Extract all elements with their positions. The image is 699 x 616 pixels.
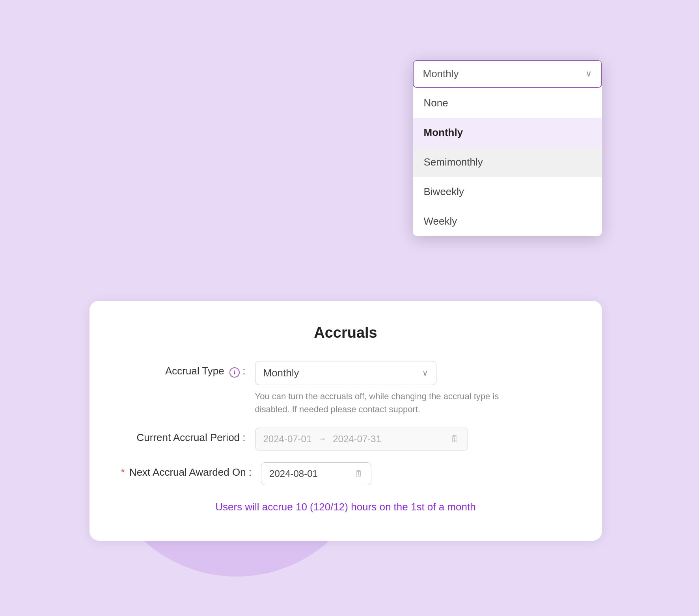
accrual-type-value: Monthly — [263, 367, 299, 379]
accrual-period-start-date: 2024-07-01 — [263, 434, 312, 445]
accrual-type-chevron-icon: ∨ — [422, 368, 428, 378]
accrual-type-info-icon[interactable]: i — [229, 367, 240, 378]
current-accrual-period-label: Current Accrual Period : — [121, 428, 255, 444]
current-accrual-period-row: Current Accrual Period : 2024-07-01 → 20… — [121, 428, 570, 450]
next-accrual-calendar-icon: 🗓 — [354, 469, 363, 479]
next-accrual-row: * Next Accrual Awarded On : 2024-08-01 🗓 — [121, 462, 570, 485]
dropdown-trigger[interactable]: Monthly ∨ — [413, 60, 602, 88]
dropdown-option-biweekly[interactable]: Biweekly — [413, 177, 602, 207]
accrual-type-select[interactable]: Monthly ∨ — [255, 361, 436, 385]
card-title: Accruals — [121, 324, 570, 341]
dropdown-option-monthly[interactable]: Monthly — [413, 118, 602, 147]
accrual-period-end-date: 2024-07-31 — [333, 434, 381, 445]
dropdown-list: None Monthly Semimonthly Biweekly Weekly — [413, 88, 602, 236]
dropdown-selected-value: Monthly — [423, 68, 459, 80]
accrual-type-label: Accrual Type i : — [121, 361, 255, 378]
next-accrual-label: * Next Accrual Awarded On : — [121, 462, 261, 478]
accrual-period-calendar-icon: 🗓 — [450, 434, 460, 445]
accrual-type-row: Accrual Type i : Monthly ∨ You can turn … — [121, 361, 570, 416]
accrual-info-text: Users will accrue 10 (120/12) hours on t… — [121, 501, 570, 513]
dropdown-option-semimonthly[interactable]: Semimonthly — [413, 147, 602, 177]
dropdown-chevron-icon: ∨ — [585, 69, 592, 79]
accrual-type-dropdown: Monthly ∨ None Monthly Semimonthly Biwee… — [413, 60, 602, 236]
page-container: Monthly ∨ None Monthly Semimonthly Biwee… — [74, 52, 626, 564]
date-range-arrow-icon: → — [318, 434, 326, 444]
accrual-type-helper: You can turn the accruals off, while cha… — [255, 390, 531, 416]
next-accrual-date-value: 2024-08-01 — [269, 468, 318, 479]
accruals-card: Accruals Accrual Type i : Monthly ∨ You … — [89, 301, 602, 541]
dropdown-option-none[interactable]: None — [413, 88, 602, 118]
dropdown-option-weekly[interactable]: Weekly — [413, 207, 602, 236]
required-star: * — [121, 466, 125, 478]
accrual-period-date-range[interactable]: 2024-07-01 → 2024-07-31 🗓 — [255, 428, 468, 450]
next-accrual-date-input[interactable]: 2024-08-01 🗓 — [261, 462, 371, 485]
